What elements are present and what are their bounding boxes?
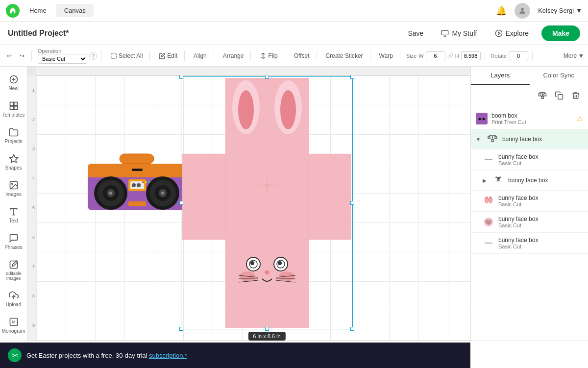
svg-rect-22 <box>88 172 186 177</box>
header-bar: Untitled Project* Save My Stuff Explore … <box>0 22 588 45</box>
svg-point-84 <box>483 118 485 121</box>
layer-item-bunny-5[interactable]: bunny face box Basic Cut <box>471 233 588 254</box>
make-button[interactable]: Make <box>541 25 580 41</box>
create-sticker-button[interactable]: Create Sticker <box>323 50 366 61</box>
select-all-group: Select All <box>107 50 150 61</box>
canvas-objects: 6 in x 8.6 in <box>36 75 470 368</box>
bunny-line-icon-1 <box>483 154 494 166</box>
size-group: Size W H <box>406 51 485 60</box>
canvas-content[interactable]: 6 in x 8.6 in ⊖ 100% ⊕ <box>36 75 470 368</box>
layer-item-bunny-3[interactable]: bunny face box Basic Cut <box>471 191 588 212</box>
bunny-line-icon-2 <box>483 237 494 249</box>
sidebar-item-phrases[interactable]: Phrases <box>0 229 27 254</box>
header-actions: Save My Stuff Explore Make <box>403 25 580 41</box>
nav-tab-canvas[interactable]: Canvas <box>56 4 94 17</box>
explore-button[interactable]: Explore <box>490 26 534 40</box>
sidebar-item-new[interactable]: New <box>0 71 27 95</box>
svg-point-98 <box>486 198 488 203</box>
svg-rect-75 <box>544 94 546 96</box>
canvas-area[interactable]: 1 2 3 4 5 6 7 8 9 10 11 12 13 14 <box>27 67 470 368</box>
sidebar-item-monogram[interactable]: M Monogram <box>0 313 27 338</box>
sidebar-item-text[interactable]: Text <box>0 203 27 227</box>
svg-point-56 <box>238 90 254 129</box>
toast-notification: ✂ Get Easter projects with a free, 30-da… <box>0 343 470 368</box>
svg-rect-47 <box>225 240 309 328</box>
sidebar-item-templates[interactable]: Templates <box>0 97 27 122</box>
bunny-box-object[interactable]: 6 in x 8.6 in <box>182 78 351 328</box>
flip-group: Flip <box>257 50 285 61</box>
select-all-button[interactable]: Select All <box>107 50 146 61</box>
layer-item-bunny-2[interactable]: ▶ bunny face box <box>471 171 588 191</box>
layer-item-bunny-group[interactable]: ▼ bunny face box <box>471 129 588 149</box>
sidebar-phrases-label: Phrases <box>4 245 23 250</box>
offset-button[interactable]: Offset <box>291 50 313 61</box>
svg-rect-10 <box>10 106 13 110</box>
sidebar-item-images[interactable]: Images <box>0 176 27 201</box>
height-input[interactable] <box>461 51 481 60</box>
svg-rect-46 <box>309 154 351 240</box>
ruler-horizontal: 1 2 3 4 5 6 7 8 9 10 11 12 13 14 <box>36 67 470 75</box>
username-label[interactable]: Kelsey Sergi ▼ <box>538 7 582 14</box>
warp-group: Warp <box>376 50 400 61</box>
sidebar-upload-label: Upload <box>6 302 22 307</box>
warp-button[interactable]: Warp <box>376 50 396 61</box>
svg-point-13 <box>11 183 12 185</box>
svg-point-36 <box>132 183 136 187</box>
size-badge: 6 in x 8.6 in <box>248 332 285 341</box>
operation-select[interactable]: Basic Cut Print Then Cut <box>38 54 87 64</box>
undo-button[interactable]: ↩ <box>4 50 15 61</box>
toast-message: Get Easter projects with a free, 30-day … <box>26 352 187 359</box>
tab-color-sync[interactable]: Color Sync <box>530 67 588 85</box>
layer-item-boom-box[interactable]: boom box Print Then Cut ⚠ <box>471 108 588 129</box>
bunny-ears-icon <box>483 195 494 207</box>
redo-button[interactable]: ↪ <box>17 50 27 61</box>
svg-point-64 <box>278 261 282 265</box>
sidebar-item-projects[interactable]: Projects <box>0 123 27 148</box>
my-stuff-button[interactable]: My Stuff <box>436 26 482 40</box>
top-nav: Home Canvas 🔔 Kelsey Sergi ▼ <box>0 0 588 22</box>
sidebar-monogram-label: Monogram <box>2 328 25 334</box>
svg-rect-16 <box>10 261 17 269</box>
layer-item-bunny-1[interactable]: bunny face box Basic Cut <box>471 149 588 171</box>
toast-link[interactable]: subscription.* <box>149 352 187 359</box>
svg-rect-38 <box>132 169 143 171</box>
sidebar-item-editable-images[interactable]: EditableImages <box>0 256 27 285</box>
user-avatar[interactable] <box>514 3 530 19</box>
tab-layers[interactable]: Layers <box>471 67 530 85</box>
layer-item-bunny-4[interactable]: bunny face box Basic Cut <box>471 212 588 233</box>
chevron-down-icon: ▼ <box>476 137 481 142</box>
nav-right: 🔔 Kelsey Sergi ▼ <box>496 3 582 19</box>
align-button[interactable]: Align <box>191 50 210 61</box>
flip-button[interactable]: Flip <box>257 50 280 61</box>
chevron-right-icon: ▶ <box>483 178 487 183</box>
sidebar-item-shapes[interactable]: Shapes <box>0 150 27 174</box>
toast-cricut-icon: ✂ <box>8 348 22 362</box>
rotate-input[interactable] <box>509 51 528 60</box>
svg-point-2 <box>495 30 502 36</box>
svg-point-83 <box>479 118 481 121</box>
edit-group: Edit <box>156 50 185 61</box>
home-logo[interactable] <box>6 4 20 18</box>
save-button[interactable]: Save <box>403 26 428 40</box>
svg-rect-9 <box>14 102 17 106</box>
edit-button[interactable]: Edit <box>156 50 180 61</box>
align-group: Align <box>191 50 214 61</box>
bunny-1-text: bunny face box Basic Cut <box>498 153 583 166</box>
bunny-3-text: bunny face box Basic Cut <box>498 195 583 207</box>
more-button[interactable]: More ▼ <box>564 52 584 59</box>
boom-box-object[interactable] <box>85 149 188 218</box>
bunny-face-icon <box>483 216 494 228</box>
operation-help[interactable]: ? <box>89 52 97 60</box>
svg-point-61 <box>250 261 254 265</box>
nav-tab-home[interactable]: Home <box>22 4 54 17</box>
svg-rect-44 <box>182 154 225 240</box>
duplicate-action-button[interactable] <box>553 89 565 104</box>
arrange-button[interactable]: Arrange <box>220 50 247 61</box>
left-sidebar: New Templates Projects Shapes Images Tex… <box>0 67 27 368</box>
bell-icon[interactable]: 🔔 <box>496 5 507 16</box>
delete-action-button[interactable] <box>569 89 582 104</box>
sidebar-item-upload[interactable]: Upload <box>0 287 27 311</box>
svg-rect-85 <box>488 137 490 139</box>
group-action-button[interactable] <box>536 89 549 104</box>
width-input[interactable] <box>426 51 445 60</box>
